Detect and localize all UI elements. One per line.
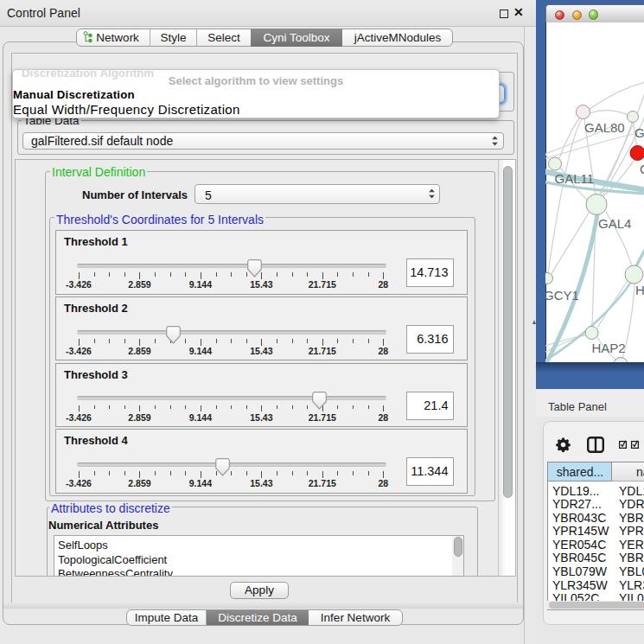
svg-text:GAL80: GAL80 <box>584 120 625 135</box>
svg-text:GAL11: GAL11 <box>555 171 595 186</box>
svg-text:C: C <box>640 162 644 176</box>
svg-text:HAP2: HAP2 <box>592 341 626 355</box>
svg-text:GCY1: GCY1 <box>545 288 579 303</box>
svg-text:GA: GA <box>634 125 644 140</box>
svg-text:HA: HA <box>635 283 644 297</box>
svg-text:GAL4: GAL4 <box>598 216 631 231</box>
